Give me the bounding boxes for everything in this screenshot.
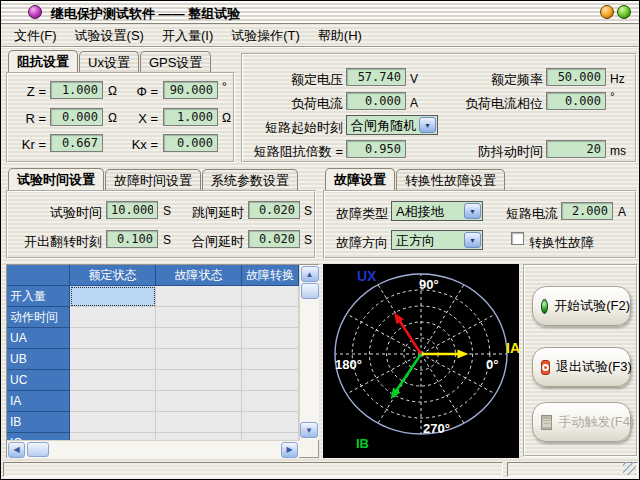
chevron-down-icon[interactable]: ▼ (464, 203, 481, 219)
table-cell[interactable] (70, 433, 156, 440)
test-time-field[interactable] (106, 201, 158, 219)
table-cell[interactable] (242, 391, 299, 412)
table-cell[interactable] (70, 349, 156, 370)
debounce-label: 防抖动时间 (448, 143, 543, 161)
table-cell[interactable] (242, 349, 299, 370)
table-cell[interactable] (156, 286, 242, 307)
horizontal-scroll-thumb[interactable] (27, 442, 49, 457)
table-cell[interactable] (156, 328, 242, 349)
table-cell[interactable] (70, 328, 156, 349)
rated-voltage-unit: V (410, 72, 418, 86)
fault-type-dropdown[interactable]: A相接地 ▼ (391, 201, 483, 221)
close-button[interactable] (617, 5, 631, 19)
table-cell[interactable] (156, 433, 242, 440)
impedance-mult-field[interactable] (346, 140, 406, 158)
column-header[interactable]: 故障状态 (156, 265, 242, 286)
load-current-unit: A (410, 96, 418, 110)
phi-unit: ° (222, 80, 227, 94)
flip-time-field[interactable] (106, 230, 158, 248)
close-delay-unit: S (304, 233, 312, 247)
r-field[interactable] (50, 108, 103, 126)
x-unit: Ω (222, 111, 231, 125)
tab-convert-fault-settings[interactable]: 转换性故障设置 (396, 169, 505, 191)
kr-field[interactable] (50, 134, 103, 152)
exit-test-button[interactable]: 退出试验(F3) (532, 347, 631, 387)
table-cell[interactable] (156, 349, 242, 370)
table-cell[interactable] (156, 391, 242, 412)
row-header[interactable]: 开入量 (7, 286, 70, 307)
table-cell[interactable] (70, 307, 156, 328)
load-current-field[interactable] (346, 92, 406, 110)
tab-gps-settings[interactable]: GPS设置 (140, 51, 211, 73)
ib-axis-label: IB (356, 436, 369, 451)
table-cell[interactable] (242, 412, 299, 433)
window-system-icon[interactable] (28, 5, 42, 19)
table-cell[interactable] (242, 286, 299, 307)
scroll-up-icon[interactable]: ▲ (301, 266, 319, 282)
rated-voltage-field[interactable] (346, 68, 406, 86)
start-test-button[interactable]: 开始试验(F2) (532, 286, 631, 326)
menu-test-operation[interactable]: 试验操作(T) (222, 25, 309, 47)
table-cell[interactable] (242, 328, 299, 349)
short-start-dropdown[interactable]: 合闸角随机 ▼ (346, 115, 438, 135)
short-current-field[interactable] (561, 202, 613, 220)
scroll-left-icon[interactable]: ◀ (8, 442, 25, 458)
row-header[interactable]: 动作时间 (7, 307, 70, 328)
row-header[interactable]: UC (7, 370, 70, 391)
impedance-mult-label: 短路阻抗倍数 = (248, 143, 343, 161)
tab-fault-settings[interactable]: 故障设置 (325, 168, 395, 192)
tab-system-params[interactable]: 系统参数设置 (202, 169, 298, 191)
kx-field[interactable] (163, 134, 218, 152)
row-header[interactable]: IB (7, 412, 70, 433)
debounce-field[interactable] (546, 140, 606, 158)
table-cell[interactable] (70, 370, 156, 391)
column-header[interactable]: 故障转换 (242, 265, 299, 286)
x-field[interactable] (163, 108, 218, 126)
column-header[interactable]: 额定状态 (70, 265, 156, 286)
scroll-right-icon[interactable]: ▶ (281, 442, 298, 458)
load-phase-field[interactable] (546, 92, 606, 110)
tab-ux-settings[interactable]: Ux设置 (79, 51, 139, 73)
vertical-scroll-thumb[interactable] (301, 283, 319, 299)
horizontal-scrollbar[interactable]: ◀ ▶ (7, 440, 299, 458)
menu-help[interactable]: 帮助(H) (309, 25, 371, 47)
minimize-button[interactable] (600, 5, 614, 19)
tab-impedance-settings[interactable]: 阻抗设置 (8, 50, 78, 74)
table-cell[interactable] (70, 412, 156, 433)
table-row: UA (7, 328, 299, 349)
menu-input[interactable]: 开入量(I) (153, 25, 222, 47)
table-cell[interactable] (156, 307, 242, 328)
row-header[interactable]: UB (7, 349, 70, 370)
table-cell[interactable] (242, 433, 299, 440)
trip-delay-unit: S (304, 204, 312, 218)
table-cell[interactable] (156, 370, 242, 391)
phi-field[interactable] (163, 81, 218, 99)
z-field[interactable] (50, 81, 103, 99)
close-delay-field[interactable] (248, 230, 300, 248)
menu-test-settings[interactable]: 试验设置(S) (66, 25, 153, 47)
time-tab-body: 试验时间 S 跳闸延时 S 开出翻转时刻 S 合闸延时 S (6, 190, 316, 259)
phasor-chart: UX IA IB 90° 180° 0° 270° (323, 264, 519, 458)
table-cell[interactable] (242, 307, 299, 328)
resize-grip[interactable] (623, 462, 636, 475)
vertical-scrollbar[interactable]: ▲ ▼ (299, 265, 319, 440)
rated-frequency-field[interactable] (546, 68, 606, 86)
chevron-down-icon[interactable]: ▼ (419, 117, 436, 133)
fault-direction-dropdown[interactable]: 正方向 ▼ (391, 230, 483, 250)
tab-fault-time[interactable]: 故障时间设置 (105, 169, 201, 191)
result-grid: 额定状态 故障状态 故障转换 开入量 动作时间 UA (7, 265, 299, 440)
table-cell[interactable] (70, 391, 156, 412)
convert-fault-checkbox[interactable] (511, 232, 524, 245)
phi-label: Φ = (122, 84, 158, 99)
chevron-down-icon[interactable]: ▼ (464, 232, 481, 248)
scroll-down-icon[interactable]: ▼ (300, 422, 318, 438)
table-cell-selected[interactable] (70, 286, 156, 307)
row-header[interactable]: IA (7, 391, 70, 412)
trip-delay-field[interactable] (248, 201, 300, 219)
row-header[interactable]: IC (7, 433, 70, 440)
tab-test-time[interactable]: 试验时间设置 (8, 168, 104, 192)
table-cell[interactable] (156, 412, 242, 433)
table-cell[interactable] (242, 370, 299, 391)
menu-file[interactable]: 文件(F) (5, 25, 66, 47)
row-header[interactable]: UA (7, 328, 70, 349)
